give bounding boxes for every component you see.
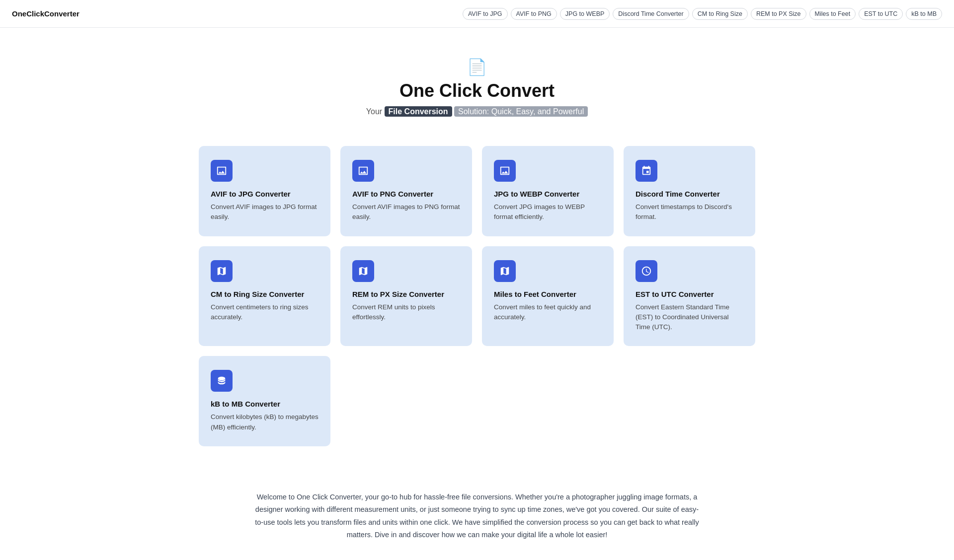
- card-desc-jpg-webp: Convert JPG images to WEBP format effici…: [494, 202, 602, 222]
- card-rem-px[interactable]: REM to PX Size Converter Convert REM uni…: [340, 246, 472, 347]
- card-icon-cm-ring: [211, 260, 233, 282]
- card-title-discord-time: Discord Time Converter: [636, 190, 743, 198]
- hero-icon: 📄: [10, 58, 944, 76]
- card-kb-mb[interactable]: kB to MB Converter Convert kilobytes (kB…: [199, 356, 330, 446]
- card-title-avif-png: AVIF to PNG Converter: [352, 190, 460, 198]
- card-desc-discord-time: Convert timestamps to Discord's format.: [636, 202, 743, 222]
- card-title-rem-px: REM to PX Size Converter: [352, 290, 460, 298]
- card-desc-avif-jpg: Convert AVIF images to JPG format easily…: [211, 202, 318, 222]
- nav-link-jpg-webp[interactable]: JPG to WEBP: [560, 8, 610, 20]
- hero-subtitle: Your File Conversion Solution: Quick, Ea…: [10, 107, 944, 116]
- card-discord-time[interactable]: Discord Time Converter Convert timestamp…: [624, 146, 755, 236]
- card-title-jpg-webp: JPG to WEBP Converter: [494, 190, 602, 198]
- card-est-utc[interactable]: EST to UTC Converter Convert Eastern Sta…: [624, 246, 755, 347]
- nav-link-avif-jpg[interactable]: AVIF to JPG: [463, 8, 508, 20]
- hero-rest: Solution: Quick, Easy, and Powerful: [454, 106, 588, 117]
- nav-link-cm-ring[interactable]: CM to Ring Size: [692, 8, 748, 20]
- about-text: Welcome to One Click Converter, your go-…: [253, 491, 701, 542]
- card-jpg-webp[interactable]: JPG to WEBP Converter Convert JPG images…: [482, 146, 614, 236]
- card-icon-avif-jpg: [211, 160, 233, 182]
- card-icon-jpg-webp: [494, 160, 516, 182]
- card-icon-avif-png: [352, 160, 374, 182]
- hero-title: One Click Convert: [10, 80, 944, 101]
- nav-links: AVIF to JPGAVIF to PNGJPG to WEBPDiscord…: [463, 8, 942, 20]
- nav-link-rem-px[interactable]: REM to PX Size: [751, 8, 806, 20]
- site-logo[interactable]: OneClickConverter: [12, 9, 80, 18]
- card-desc-miles-feet: Convert miles to feet quickly and accura…: [494, 302, 602, 323]
- card-miles-feet[interactable]: Miles to Feet Converter Convert miles to…: [482, 246, 614, 347]
- card-icon-rem-px: [352, 260, 374, 282]
- nav-link-kb-mb[interactable]: kB to MB: [906, 8, 942, 20]
- card-icon-miles-feet: [494, 260, 516, 282]
- card-avif-png[interactable]: AVIF to PNG Converter Convert AVIF image…: [340, 146, 472, 236]
- card-title-cm-ring: CM to Ring Size Converter: [211, 290, 318, 298]
- card-icon-kb-mb: [211, 370, 233, 392]
- card-icon-discord-time: [636, 160, 657, 182]
- nav-link-est-utc[interactable]: EST to UTC: [859, 8, 903, 20]
- hero-highlight: File Conversion: [385, 106, 452, 117]
- hero-section: 📄 One Click Convert Your File Conversion…: [0, 28, 954, 136]
- card-icon-est-utc: [636, 260, 657, 282]
- card-title-kb-mb: kB to MB Converter: [211, 400, 318, 408]
- nav-link-avif-png[interactable]: AVIF to PNG: [511, 8, 557, 20]
- about-section: Welcome to One Click Converter, your go-…: [0, 466, 954, 560]
- cards-grid: AVIF to JPG Converter Convert AVIF image…: [179, 136, 775, 466]
- nav-link-discord-time[interactable]: Discord Time Converter: [613, 8, 689, 20]
- card-desc-avif-png: Convert AVIF images to PNG format easily…: [352, 202, 460, 222]
- card-desc-kb-mb: Convert kilobytes (kB) to megabytes (MB)…: [211, 412, 318, 432]
- card-title-miles-feet: Miles to Feet Converter: [494, 290, 602, 298]
- card-title-est-utc: EST to UTC Converter: [636, 290, 743, 298]
- card-desc-est-utc: Convert Eastern Standard Time (EST) to C…: [636, 302, 743, 333]
- hero-your: Your: [366, 107, 382, 116]
- nav-link-miles-feet[interactable]: Miles to Feet: [809, 8, 856, 20]
- card-desc-rem-px: Convert REM units to pixels effortlessly…: [352, 302, 460, 323]
- card-cm-ring[interactable]: CM to Ring Size Converter Convert centim…: [199, 246, 330, 347]
- card-title-avif-jpg: AVIF to JPG Converter: [211, 190, 318, 198]
- card-desc-cm-ring: Convert centimeters to ring sizes accura…: [211, 302, 318, 323]
- card-avif-jpg[interactable]: AVIF to JPG Converter Convert AVIF image…: [199, 146, 330, 236]
